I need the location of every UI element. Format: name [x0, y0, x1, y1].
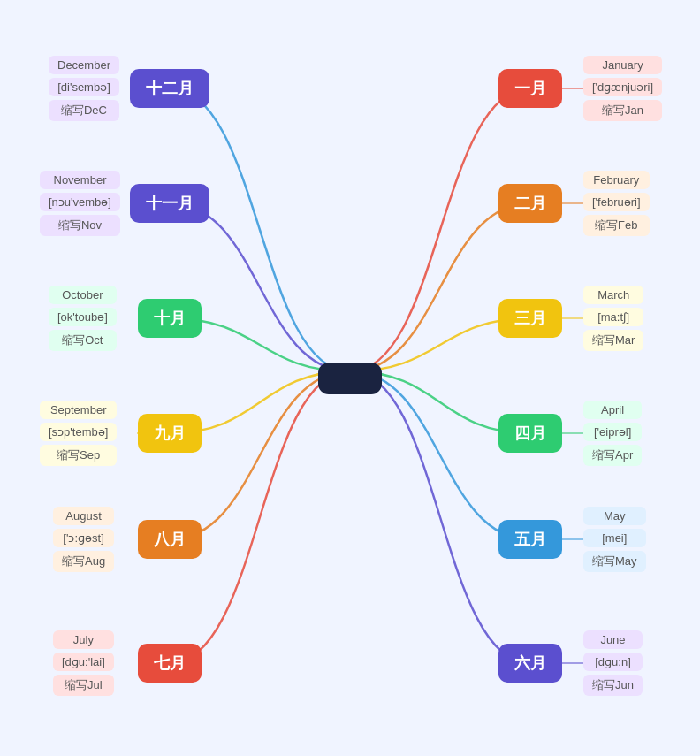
detail-jan-0: January: [583, 56, 662, 74]
month-node-aug: 八月: [138, 520, 202, 559]
detail-oct-0: October: [49, 286, 117, 304]
detail-apr-0: April: [583, 401, 642, 419]
month-node-oct: 十月: [138, 299, 202, 338]
month-node-dec: 十二月: [130, 69, 209, 108]
detail-jan-2: 缩写Jan: [583, 100, 662, 121]
detail-group-apr: April['eiprəl]缩写Apr: [583, 401, 642, 466]
detail-jul-1: [dɡu:'lai]: [53, 653, 114, 671]
month-node-may: 五月: [498, 520, 562, 559]
month-node-jun: 六月: [498, 644, 562, 683]
detail-jan-1: ['dɡænjuəri]: [583, 78, 662, 96]
detail-nov-2: 缩写Nov: [40, 215, 120, 236]
detail-nov-0: November: [40, 171, 120, 189]
detail-sep-2: 缩写Sep: [40, 445, 117, 466]
detail-group-mar: March[ma:t∫]缩写Mar: [583, 286, 643, 351]
month-node-apr: 四月: [498, 414, 562, 453]
detail-group-jul: July[dɡu:'lai]缩写Jul: [53, 630, 114, 696]
detail-group-feb: February['februəri]缩写Feb: [583, 171, 650, 236]
detail-may-0: May: [583, 507, 646, 525]
detail-may-2: 缩写May: [583, 551, 646, 572]
detail-group-aug: August['ɔ:ɡəst]缩写Aug: [53, 507, 114, 572]
detail-aug-0: August: [53, 507, 114, 525]
detail-feb-0: February: [583, 171, 650, 189]
detail-group-sep: September[sɔp'tembə]缩写Sep: [40, 401, 117, 466]
detail-jun-0: June: [583, 630, 643, 649]
detail-jul-0: July: [53, 630, 114, 649]
detail-sep-0: September: [40, 401, 117, 419]
detail-mar-0: March: [583, 286, 643, 304]
detail-apr-2: 缩写Apr: [583, 445, 642, 466]
detail-aug-2: 缩写Aug: [53, 551, 114, 572]
detail-mar-2: 缩写Mar: [583, 330, 643, 351]
detail-group-may: May[mei]缩写May: [583, 507, 646, 572]
month-node-nov: 十一月: [130, 184, 209, 223]
detail-group-dec: December[di'sembə]缩写DeC: [49, 56, 119, 121]
detail-jun-2: 缩写Jun: [583, 675, 643, 696]
detail-sep-1: [sɔp'tembə]: [40, 423, 117, 441]
detail-nov-1: [nɔu'vembə]: [40, 193, 120, 211]
month-node-feb: 二月: [498, 184, 562, 223]
detail-mar-1: [ma:t∫]: [583, 308, 643, 326]
detail-may-1: [mei]: [583, 529, 646, 547]
month-node-jul: 七月: [138, 644, 202, 683]
detail-group-jan: January['dɡænjuəri]缩写Jan: [583, 56, 662, 121]
detail-group-oct: October[ok'toubə]缩写Oct: [49, 286, 117, 351]
month-node-mar: 三月: [498, 299, 562, 338]
month-node-jan: 一月: [498, 69, 562, 108]
month-node-sep: 九月: [138, 414, 202, 453]
detail-dec-1: [di'sembə]: [49, 78, 119, 96]
detail-jun-1: [dɡu:n]: [583, 653, 643, 671]
detail-group-jun: June[dɡu:n]缩写Jun: [583, 630, 643, 696]
detail-dec-2: 缩写DeC: [49, 100, 119, 121]
detail-feb-2: 缩写Feb: [583, 215, 650, 236]
detail-apr-1: ['eiprəl]: [583, 423, 642, 441]
detail-oct-2: 缩写Oct: [49, 330, 117, 351]
detail-feb-1: ['februəri]: [583, 193, 650, 211]
detail-dec-0: December: [49, 56, 119, 74]
detail-jul-2: 缩写Jul: [53, 675, 114, 696]
detail-group-nov: November[nɔu'vembə]缩写Nov: [40, 171, 120, 236]
detail-aug-1: ['ɔ:ɡəst]: [53, 529, 114, 547]
center-node: [318, 363, 382, 394]
detail-oct-1: [ok'toubə]: [49, 308, 117, 326]
